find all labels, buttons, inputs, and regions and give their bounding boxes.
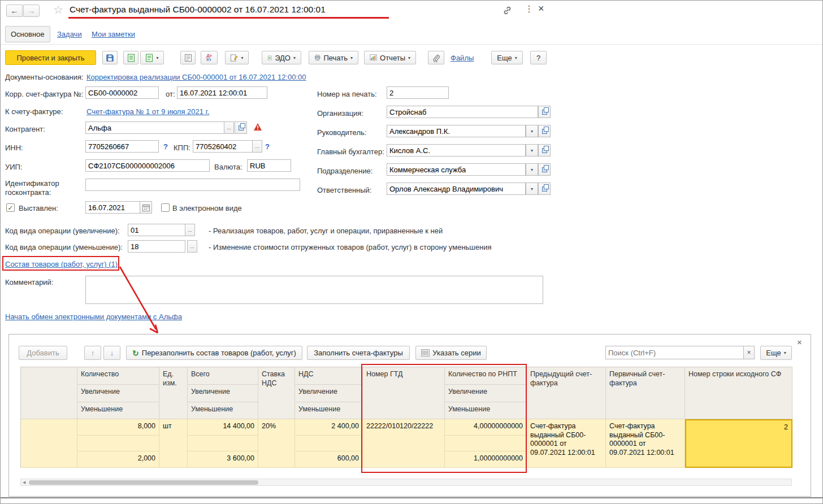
cell-quantity-decrease[interactable]: 2,000	[77, 451, 159, 468]
th-gtd-number[interactable]: Номер ГТД	[363, 367, 445, 419]
table-hscrollbar[interactable]: ◀	[20, 479, 792, 486]
goods-structure-link[interactable]: Состав товаров (работ, услуг) (1)	[5, 260, 118, 268]
head-open-button[interactable]	[538, 125, 551, 137]
chief-accountant-open-button[interactable]	[538, 144, 551, 157]
forward-button[interactable]: →	[23, 5, 40, 17]
th-total[interactable]: Всего	[188, 367, 258, 385]
kpp-input[interactable]	[193, 140, 253, 153]
cell-total-increase[interactable]: 14 400,00	[188, 419, 258, 436]
cell-rnpt-middle[interactable]	[445, 436, 527, 451]
th-vat[interactable]: НДС	[295, 367, 363, 385]
dtkt-postings-button[interactable]: ДтКт	[201, 51, 218, 64]
inn-help-icon[interactable]: ?	[163, 142, 168, 151]
print-number-input[interactable]	[387, 86, 449, 99]
issued-calendar-button[interactable]	[140, 201, 152, 214]
move-down-button[interactable]: ↓	[103, 346, 120, 360]
panel-close-icon[interactable]: ×	[797, 337, 802, 347]
gov-contract-input[interactable]	[85, 179, 300, 191]
division-open-button[interactable]	[538, 163, 551, 176]
favorite-star-icon[interactable]: ☆	[53, 3, 63, 16]
cell-vat-middle[interactable]	[295, 436, 363, 451]
chief-accountant-input[interactable]	[387, 144, 526, 157]
th-rnpt-quantity[interactable]: Количество по РНПТ	[445, 367, 527, 385]
search-clear-button[interactable]: ×	[743, 346, 755, 359]
more-menu-icon[interactable]: ⋮	[525, 3, 534, 14]
add-row-button[interactable]: Добавить	[19, 346, 67, 360]
th-vat-increase[interactable]: Увеличение	[295, 385, 363, 402]
fill-invoices-button[interactable]: Заполнить счета-фактуры	[307, 346, 410, 360]
chief-accountant-dropdown-button[interactable]: ▾	[526, 144, 538, 157]
opcode-decrease-choose-button[interactable]: ...	[187, 240, 197, 253]
th-quantity-decrease[interactable]: Уменьшение	[77, 402, 159, 419]
th-vat-decrease[interactable]: Уменьшение	[295, 402, 363, 419]
kpp-help-icon[interactable]: ?	[265, 142, 270, 151]
cell-rnpt-decrease[interactable]: 1,00000000000	[445, 451, 527, 468]
edo-button[interactable]: ЭДО ▾	[262, 51, 301, 64]
th-unit[interactable]: Ед. изм.	[159, 367, 188, 419]
tab-tasks-link[interactable]: Задачи	[57, 30, 82, 38]
tab-notes-link[interactable]: Мои заметки	[92, 30, 135, 38]
issued-checkbox[interactable]: ✓	[6, 203, 15, 212]
search-input[interactable]	[605, 346, 744, 359]
th-quantity-increase[interactable]: Увеличение	[77, 385, 159, 402]
cell-vat-rate[interactable]: 20%	[258, 419, 295, 468]
th-vat-rate[interactable]: Ставка НДС	[258, 367, 295, 419]
uip-input[interactable]	[85, 159, 210, 172]
copy-link-icon[interactable]	[503, 6, 512, 17]
back-button[interactable]: ←	[6, 5, 23, 17]
cell-previous-invoice[interactable]: Счет-фактура выданный СБ00-0000001 от 09…	[527, 419, 606, 468]
cell-row-selector[interactable]	[21, 419, 77, 468]
cell-rnpt-increase[interactable]: 4,00000000000	[445, 419, 527, 436]
cell-quantity-increase[interactable]: 8,000	[77, 419, 159, 436]
files-link[interactable]: Файлы	[451, 54, 474, 62]
responsible-input[interactable]	[387, 183, 526, 195]
th-previous-invoice[interactable]: Предыдущий счет-фактура	[527, 367, 606, 419]
th-source-line-number[interactable]: Номер строки исходного СФ	[685, 367, 792, 419]
corr-datetime-input[interactable]	[177, 86, 267, 99]
table-hscrollbar-thumb[interactable]	[29, 480, 258, 485]
post-and-close-button[interactable]: Провести и закрыть	[5, 50, 96, 65]
tab-main[interactable]: Основное	[5, 26, 50, 42]
panel-more-button[interactable]: Еще ▾	[760, 346, 792, 360]
to-invoice-link[interactable]: Счет-фактура № 1 от 9 июля 2021 г.	[86, 107, 209, 116]
cell-total-decrease[interactable]: 3 600,00	[188, 451, 258, 468]
opcode-increase-choose-button[interactable]: ...	[185, 224, 195, 236]
th-quantity[interactable]: Количество	[77, 367, 159, 385]
opcode-increase-input[interactable]	[128, 224, 185, 236]
opcode-decrease-input[interactable]	[128, 240, 185, 253]
electronic-checkbox[interactable]	[161, 203, 170, 212]
corr-number-input[interactable]	[85, 86, 159, 99]
responsible-open-button[interactable]	[538, 183, 551, 195]
refill-goods-button[interactable]: ↻ Перезаполнить состав товаров (работ, у…	[126, 346, 302, 360]
th-row-selector[interactable]	[21, 367, 77, 419]
reports-button[interactable]: Отчеты ▾	[364, 51, 416, 64]
cell-source-line-number[interactable]: 2	[685, 419, 792, 468]
create-based-on-button[interactable]: ▾	[225, 51, 249, 64]
attach-button[interactable]	[428, 51, 444, 64]
print-button[interactable]: Печать ▾	[309, 51, 358, 64]
base-docs-link[interactable]: Корректировка реализации СБ00-000001 от …	[86, 73, 306, 81]
th-total-decrease[interactable]: Уменьшение	[188, 402, 258, 419]
organization-open-button[interactable]	[538, 106, 551, 118]
th-rnpt-decrease[interactable]: Уменьшение	[445, 402, 527, 419]
move-up-button[interactable]: ↑	[84, 346, 101, 360]
head-input[interactable]	[387, 125, 526, 137]
counterparty-choose-button[interactable]: ...	[224, 121, 234, 134]
cell-primary-invoice[interactable]: Счет-фактура выданный СБ00-0000001 от 09…	[606, 419, 685, 468]
th-total-increase[interactable]: Увеличение	[188, 385, 258, 402]
more-button[interactable]: Еще ▾	[491, 51, 523, 64]
inn-input[interactable]	[85, 140, 159, 153]
counterparty-input[interactable]	[85, 121, 224, 134]
help-button[interactable]: ?	[530, 51, 547, 64]
post-dropdown-button[interactable]: ▾	[140, 51, 164, 64]
cell-unit[interactable]: шт	[159, 419, 188, 468]
post-document-button[interactable]	[123, 51, 138, 64]
kpp-choose-button[interactable]: ...	[252, 140, 262, 153]
currency-input[interactable]	[247, 159, 291, 172]
issued-date-input[interactable]	[85, 201, 140, 214]
comment-textarea[interactable]	[85, 276, 543, 304]
edo-exchange-link[interactable]: Начать обмен электронными документами с …	[5, 312, 182, 321]
division-input[interactable]	[387, 163, 526, 176]
cell-gtd-number[interactable]: 22222/010120/22222	[363, 419, 445, 468]
set-series-button[interactable]: Указать серии	[415, 346, 487, 360]
